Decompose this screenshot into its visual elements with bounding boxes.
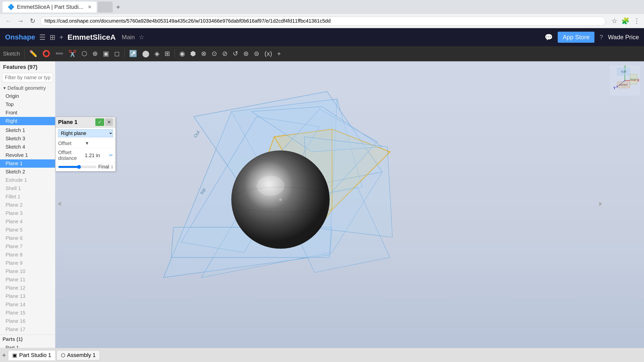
feature-sketch3[interactable]: Sketch 3	[0, 134, 55, 143]
toolbar-tool-13[interactable]: ⬢	[188, 48, 198, 59]
feature-plane10[interactable]: Plane 10	[0, 267, 55, 276]
toolbar-tool-5[interactable]: ⊕	[90, 48, 100, 59]
feature-origin[interactable]: Origin	[0, 92, 55, 100]
refresh-button[interactable]: ↻	[28, 17, 37, 25]
tab-close-button[interactable]: ✕	[88, 4, 92, 10]
part-studio-tab-label: Part Studio 1	[19, 352, 51, 358]
dialog-ok-button[interactable]: ✓	[95, 118, 104, 126]
part-studio-tab[interactable]: ▣ Part Studio 1	[8, 350, 55, 360]
forward-button[interactable]: →	[16, 17, 25, 25]
feature-plane4[interactable]: Plane 4	[0, 217, 55, 226]
feature-plane13[interactable]: Plane 13	[0, 292, 55, 300]
filter-input[interactable]	[2, 73, 53, 82]
menu-icon[interactable]: ⋮	[633, 17, 640, 25]
feature-sketch1[interactable]: Sketch 1	[0, 126, 55, 134]
plane-reference-select[interactable]: Right plane	[58, 129, 113, 137]
menu-hamburger-icon[interactable]: ☰	[39, 33, 46, 41]
toolbar-tool-18[interactable]: ⊛	[241, 48, 251, 59]
feature-plane16[interactable]: Plane 16	[0, 317, 55, 325]
viewport[interactable]: Out top	[55, 61, 644, 348]
toolbar-separator-3	[175, 49, 175, 58]
toolbar-tool-add[interactable]: +	[275, 48, 283, 59]
viewport-cube-nav[interactable]: X Z Y TOP RIGHT FRONT	[610, 65, 640, 96]
tab-title: EmmetSliceA | Part Studi...	[17, 4, 83, 10]
feature-plane14[interactable]: Plane 14	[0, 300, 55, 309]
feature-front[interactable]: Front	[0, 109, 55, 117]
toolbar-tool-16[interactable]: ⊘	[220, 48, 230, 59]
toolbar-tool-9[interactable]: ⬤	[140, 48, 151, 59]
toolbar-tool-7[interactable]: ◻	[112, 48, 122, 59]
toolbar-tool-8[interactable]: ↗️	[127, 48, 139, 59]
info-icon[interactable]: ℹ	[111, 164, 113, 170]
svg-text:Y: Y	[613, 86, 616, 90]
toolbar-separator-1	[24, 49, 25, 58]
toolbar-tool-17[interactable]: ↺	[231, 48, 240, 59]
feature-plane6[interactable]: Plane 6	[0, 234, 55, 242]
grid-icon[interactable]: ⊞	[50, 33, 55, 41]
toolbar-tool-0[interactable]: ✏️	[27, 48, 39, 59]
svg-point-17	[257, 176, 284, 196]
feature-sketch4[interactable]: Sketch 4	[0, 143, 55, 151]
viewport-right-arrow[interactable]	[598, 201, 604, 208]
feature-plane9[interactable]: Plane 9	[0, 259, 55, 267]
feature-plane17[interactable]: Plane 17	[0, 325, 55, 334]
feature-plane7[interactable]: Plane 7	[0, 242, 55, 251]
app-store-button[interactable]: App Store	[558, 32, 595, 43]
feature-plane12[interactable]: Plane 12	[0, 284, 55, 292]
feature-plane2[interactable]: Plane 2	[0, 201, 55, 209]
offset-edit-icon[interactable]: ✏	[109, 153, 113, 158]
inactive-tab[interactable]	[98, 2, 113, 13]
back-button[interactable]: ←	[4, 17, 13, 25]
feature-plane15[interactable]: Plane 15	[0, 309, 55, 317]
tab-favicon: 🔷	[8, 4, 14, 10]
assembly-tab[interactable]: ⬡ Assembly 1	[57, 350, 100, 360]
feature-top[interactable]: Top	[0, 100, 55, 109]
new-tab-button[interactable]: +	[114, 3, 123, 11]
feature-extrude1[interactable]: Extrude 1	[0, 176, 55, 184]
user-menu-button[interactable]: Wade Price	[608, 34, 639, 41]
3d-scene: Out top	[55, 61, 644, 348]
add-studio-button[interactable]: +	[2, 351, 6, 359]
feature-plane8[interactable]: Plane 8	[0, 251, 55, 259]
bookmark-doc-icon[interactable]: ☆	[139, 34, 144, 41]
offset-dropdown-icon[interactable]: ▼	[85, 141, 89, 146]
feature-plane11[interactable]: Plane 11	[0, 276, 55, 284]
toolbar-tool-6[interactable]: ▣	[101, 48, 111, 59]
feature-right[interactable]: Right	[0, 117, 55, 125]
toolbar-tool-1[interactable]: ⭕	[40, 48, 52, 59]
onshape-logo[interactable]: Onshape	[5, 33, 35, 41]
toolbar-tool-20[interactable]: (x)	[262, 48, 274, 59]
feature-shell1[interactable]: Shell 1	[0, 184, 55, 193]
feature-sketch2[interactable]: Sketch 2	[0, 168, 55, 176]
extensions-icon[interactable]: 🧩	[621, 17, 629, 25]
toolbar-tool-12[interactable]: ◉	[177, 48, 187, 59]
bookmark-icon[interactable]: ☆	[612, 17, 617, 25]
active-tab[interactable]: 🔷 EmmetSliceA | Part Studi... ✕	[3, 2, 97, 13]
toolbar-tool-15[interactable]: ⊙	[210, 48, 219, 59]
toolbar-tool-3[interactable]: ✂️	[66, 48, 78, 59]
address-input[interactable]	[40, 17, 606, 26]
feature-part1[interactable]: Part 1	[0, 344, 55, 348]
default-geometry-header[interactable]: ▼ Default geometry	[0, 84, 55, 92]
offset-slider[interactable]	[58, 165, 96, 169]
toolbar-tool-10[interactable]: ◈	[152, 48, 162, 59]
help-button[interactable]: ?	[599, 34, 603, 41]
feature-plane3[interactable]: Plane 3	[0, 209, 55, 217]
toolbar-tool-11[interactable]: ⊞	[163, 48, 172, 59]
plane-reference-row: Right plane	[56, 128, 115, 139]
section-collapse-icon: ▼	[3, 86, 7, 90]
add-doc-icon[interactable]: +	[59, 33, 63, 41]
toolbar-tool-19[interactable]: ⊜	[252, 48, 261, 59]
toolbar-tool-4[interactable]: ⬡	[79, 48, 89, 59]
svg-text:TOP: TOP	[621, 70, 626, 73]
viewport-left-arrow[interactable]	[56, 201, 62, 208]
feature-revolve1[interactable]: Revolve 1	[0, 151, 55, 159]
toolbar-tool-14[interactable]: ⊗	[199, 48, 209, 59]
feature-plane1[interactable]: Plane 1	[0, 159, 55, 168]
feature-fillet1[interactable]: Fillet 1	[0, 193, 55, 201]
dialog-cancel-button[interactable]: ✕	[105, 118, 113, 126]
feature-plane5[interactable]: Plane 5	[0, 226, 55, 234]
toolbar-tool-2[interactable]: ➖	[53, 48, 65, 59]
chat-icon[interactable]: 💬	[545, 33, 553, 41]
plane-dialog-title: Plane 1	[58, 119, 95, 125]
